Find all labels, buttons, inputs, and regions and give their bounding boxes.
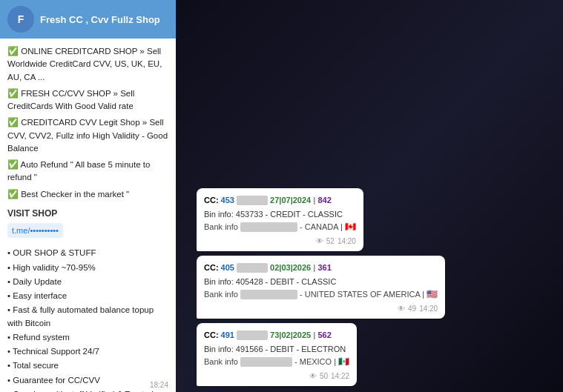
bullet-7: • Technical Support 24/7 (7, 345, 168, 358)
channel-header[interactable]: F Fresh CC , Cvv Fullz Shop (0, 0, 176, 39)
bank-line-2: Bank info •••••••••••••••••••••• - UNITE… (204, 288, 438, 301)
cc-line-1: CC: 453 •••••••••••• 27|07|2024 | 842 (204, 194, 356, 207)
bank-blurred-1: •••••••••••••••••••••• (240, 222, 297, 232)
views-2: 49 (408, 303, 416, 314)
bullet-3: • Daily Update (7, 276, 168, 288)
visit-shop-label: VISIT SHOP (7, 207, 168, 220)
bullet-4: • Easy interface (7, 290, 168, 302)
cc-cvv-3: 562 (317, 330, 331, 339)
views-1: 52 (326, 236, 335, 247)
flag-1: 🇨🇦 (345, 222, 356, 232)
bubble-footer-3: 👁 50 14:22 (204, 371, 349, 382)
left-panel: F Fresh CC , Cvv Fullz Shop ✅ ONLINE CRE… (0, 0, 176, 392)
cc-number-2: 405 (221, 263, 234, 272)
cc-number-blurred-1: •••••••••••• (237, 196, 268, 205)
bullet-10: • Our shop with stuff Verified & Trusted (7, 388, 168, 392)
bin-info-2: Bin info: 405428 - DEBIT - CLASSIC (204, 276, 438, 288)
bullet-section: • OUR SHOP & STUFF • High validity ~70-9… (7, 247, 168, 392)
bullet-5: • Fast & fully automated balance topup w… (7, 304, 168, 330)
bullet-9: • Guarantee for CC/CVV (7, 374, 168, 387)
cc-date-1: 27|07|2024 (270, 196, 311, 205)
cc-number-1: 453 (221, 196, 234, 205)
bank-line-1: Bank info •••••••••••••••••••••• - CANAD… (204, 220, 356, 233)
intro-line-1: ✅ ONLINE CREDITCARD SHOP » Sell Worldwid… (7, 44, 168, 84)
message-timestamp: 18:24 (150, 381, 168, 389)
bullet-1: • OUR SHOP & STUFF (7, 247, 168, 259)
time-2: 14:20 (419, 303, 438, 314)
bubble-footer-2: 👁 49 14:20 (204, 303, 438, 314)
flag-3: 🇲🇽 (338, 356, 349, 367)
bin-info-3: Bin info: 491566 - DEBIT - ELECTRON (204, 343, 349, 356)
bank-blurred-3: •••••••••••••••••••• (240, 357, 292, 367)
channel-avatar: F (7, 6, 34, 33)
cc-number-blurred-3: •••••••••••• (237, 330, 268, 340)
cc-cvv-1: 842 (317, 196, 331, 205)
intro-line-4: ✅ Auto Refund " All base 5 minute to ref… (7, 158, 168, 185)
message-content: ✅ ONLINE CREDITCARD SHOP » Sell Worldwid… (0, 39, 176, 392)
bullet-8: • Total secure (7, 359, 168, 372)
intro-line-3: ✅ CREDITCARD CVV Legit Shop » Sell CVV, … (7, 116, 168, 155)
chat-bubble-3: CC: 491 •••••••••••• 73|02|2025 | 562 Bi… (197, 323, 357, 386)
bullet-6: • Refund system (7, 331, 168, 344)
bin-info-1: Bin info: 453733 - CREDIT - CLASSIC (204, 208, 356, 221)
eye-icon-3: 👁 (309, 371, 317, 382)
cc-line-2: CC: 405 •••••••••••• 02|03|2026 | 361 (204, 262, 438, 274)
shop-link[interactable]: t.me/•••••••••• (7, 223, 63, 239)
cc-label-3: CC: (204, 330, 221, 339)
flag-2: 🇺🇸 (427, 289, 438, 299)
views-3: 50 (320, 371, 328, 382)
intro-line-5: ✅ Best Checker in the market " (7, 187, 168, 201)
chat-bubble-2: CC: 405 •••••••••••• 02|03|2026 | 361 Bi… (197, 256, 445, 319)
channel-title: Fresh CC , Cvv Fullz Shop (40, 14, 160, 25)
bubble-footer-1: 👁 52 14:20 (204, 236, 356, 247)
cc-cvv-2: 361 (317, 263, 331, 272)
time-3: 14:22 (331, 371, 349, 382)
cc-number-blurred-2: •••••••••••• (237, 263, 268, 273)
cc-date-2: 02|03|2026 (270, 263, 311, 272)
bank-line-3: Bank info •••••••••••••••••••• - MEXICO … (204, 355, 349, 368)
intro-lines: ✅ ONLINE CREDITCARD SHOP » Sell Worldwid… (7, 44, 168, 201)
bank-blurred-2: •••••••••••••••••••••• (240, 290, 297, 299)
right-panel: CC: 453 •••••••••••• 27|07|2024 | 842 Bi… (176, 0, 563, 392)
time-1: 14:20 (338, 236, 356, 247)
eye-icon-2: 👁 (398, 303, 405, 314)
chat-bubble-1: CC: 453 •••••••••••• 27|07|2024 | 842 Bi… (197, 188, 363, 251)
cc-number-3: 491 (221, 330, 234, 339)
bullet-2: • High validity ~70-95% (7, 262, 168, 274)
cc-line-3: CC: 491 •••••••••••• 73|02|2025 | 562 (204, 329, 349, 342)
cc-date-3: 73|02|2025 (270, 330, 311, 339)
intro-line-2: ✅ FRESH CC/CVV SHOP » Sell CreditCards W… (7, 87, 168, 113)
cc-label-2: CC: (204, 263, 221, 272)
eye-icon-1: 👁 (316, 236, 323, 247)
chat-messages-container: CC: 453 •••••••••••• 27|07|2024 | 842 Bi… (176, 182, 563, 392)
cc-label-1: CC: (204, 196, 221, 205)
